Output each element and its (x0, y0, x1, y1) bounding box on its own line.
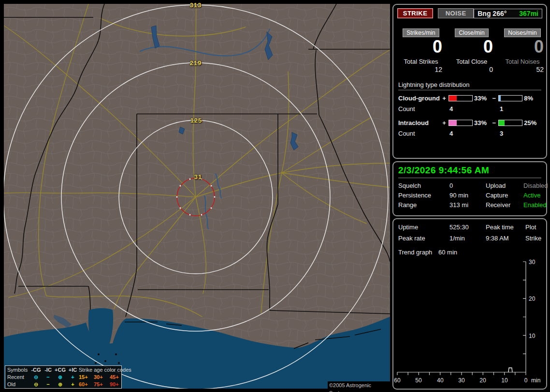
svg-text:50: 50 (415, 377, 422, 384)
minus-sign: − (492, 119, 497, 126)
total-strikes-value: 12 (396, 66, 446, 73)
noises-per-min-chip: Noises/min (504, 28, 540, 37)
svg-text:20: 20 (479, 377, 486, 384)
minus-sign: − (492, 95, 497, 102)
peak-rate-value: 1/min (449, 235, 486, 242)
ic-negative-count: 3 (500, 130, 541, 137)
stats-panel: Uptime 525:30 Peak time Plot Peak rate 1… (392, 218, 547, 390)
ic-positive-bar (449, 120, 473, 126)
noise-button[interactable]: NOISE (438, 8, 474, 18)
capture-status: Active (523, 192, 548, 199)
cg-count-row: Count 4 1 (398, 105, 541, 112)
intracloud-label: Intracloud (398, 119, 441, 126)
noises-column: Noises/min 0 Total Noises 52 (497, 28, 548, 73)
plot-mode-value: Strike (525, 235, 541, 242)
cloud-ground-label: Cloud-ground (398, 95, 441, 102)
strikes-column: Strikes/min 0 Total Strikes 12 (396, 28, 446, 73)
count-label: Count (398, 105, 449, 112)
distribution-title: Lightning type distribution (398, 81, 541, 90)
persistence-value: 90 min (449, 192, 486, 199)
total-noises-label: Total Noises (497, 58, 548, 65)
plot-label: Plot (525, 224, 541, 231)
nexstorm-window: { "map": { "ring_labels": ["313", "219",… (0, 0, 550, 392)
svg-text:40: 40 (437, 377, 444, 384)
squelch-value: 0 (449, 182, 486, 189)
close-per-min-chip: Close/min (455, 28, 488, 37)
peak-time-value: 9:38 AM (486, 235, 525, 242)
total-close-label: Total Close (447, 58, 497, 65)
total-close-value: 0 (447, 66, 497, 73)
ic-count-row: Count 4 3 (398, 130, 541, 137)
capture-label: Capture (486, 192, 523, 199)
strikes-per-min-chip: Strikes/min (403, 28, 439, 37)
range-label: Range (398, 202, 449, 209)
trend-graph-label: Trend graph (398, 249, 438, 256)
svg-text:10: 10 (529, 333, 536, 339)
count-label: Count (398, 130, 449, 137)
cg-positive-pct: 33% (474, 95, 492, 102)
cg-negative-count: 1 (500, 105, 541, 112)
strike-rate-spike (508, 368, 512, 372)
strikes-rate-value: 0 (396, 37, 446, 56)
uptime-value: 525:30 (449, 224, 486, 231)
svg-text:20: 20 (529, 295, 536, 302)
ic-negative-pct: 25% (524, 119, 541, 126)
svg-text:60: 60 (394, 377, 401, 384)
intracloud-row: Intracloud + 33% − 25% (398, 119, 541, 126)
svg-text:min: min (531, 377, 540, 384)
persistence-label: Persistence (398, 192, 449, 199)
map-canvas (4, 4, 390, 389)
noises-rate-value: 0 (497, 37, 548, 56)
ic-positive-count: 4 (449, 130, 500, 137)
cg-positive-bar (449, 95, 473, 101)
ic-negative-bar (498, 120, 522, 126)
peak-rate-label: Peak rate (398, 235, 449, 242)
receiver-label: Receiver (486, 202, 523, 209)
graph-axes (397, 262, 526, 375)
upload-status: Disabled (523, 182, 548, 189)
status-panel: 2/3/2026 9:44:56 AM Squelch 0 Upload Dis… (392, 161, 547, 216)
lightning-map[interactable]: 313 219 125 31 Symbols -CG -IC +CG +IC S… (4, 4, 390, 389)
bearing-distance: 367mi (519, 10, 538, 17)
plus-sign: + (441, 119, 447, 126)
cg-negative-bar (498, 95, 522, 101)
plus-sign: + (441, 95, 447, 102)
cloud-ground-row: Cloud-ground + 33% − 8% (398, 95, 541, 102)
datetime-display: 2/3/2026 9:44:56 AM (398, 165, 541, 178)
cg-positive-count: 4 (449, 105, 500, 112)
peak-time-label: Peak time (486, 224, 525, 231)
bearing-display: Bng 266° 367mi (474, 9, 542, 18)
svg-text:30: 30 (458, 377, 465, 384)
trend-graph: 30 20 10 60 50 40 30 20 10 0 min (393, 259, 545, 388)
svg-text:30: 30 (529, 259, 536, 266)
receiver-status: Enabled (523, 202, 548, 209)
close-rate-value: 0 (447, 37, 497, 56)
lightning-distribution: Lightning type distribution Cloud-ground… (398, 81, 541, 137)
range-value: 313 mi (449, 202, 486, 209)
svg-text:10: 10 (501, 377, 508, 384)
close-column: Close/min 0 Total Close 0 (447, 28, 497, 73)
strike-panel: STRIKE NOISE Bng 266° 367mi Strikes/min … (392, 4, 547, 159)
squelch-label: Squelch (398, 182, 449, 189)
bearing-value: Bng 266° (478, 10, 507, 17)
total-strikes-label: Total Strikes (396, 58, 446, 65)
strike-button[interactable]: STRIKE (397, 8, 433, 18)
total-noises-value: 52 (497, 66, 548, 73)
mobile-bay (88, 308, 113, 345)
graph-tick-labels: 30 20 10 60 50 40 30 20 10 0 min (394, 259, 540, 384)
cg-negative-pct: 8% (524, 95, 541, 102)
uptime-label: Uptime (398, 224, 449, 231)
svg-text:0: 0 (524, 377, 528, 384)
ic-positive-pct: 33% (474, 119, 492, 126)
upload-label: Upload (486, 182, 523, 189)
trend-graph-window: 60 min (438, 249, 457, 256)
